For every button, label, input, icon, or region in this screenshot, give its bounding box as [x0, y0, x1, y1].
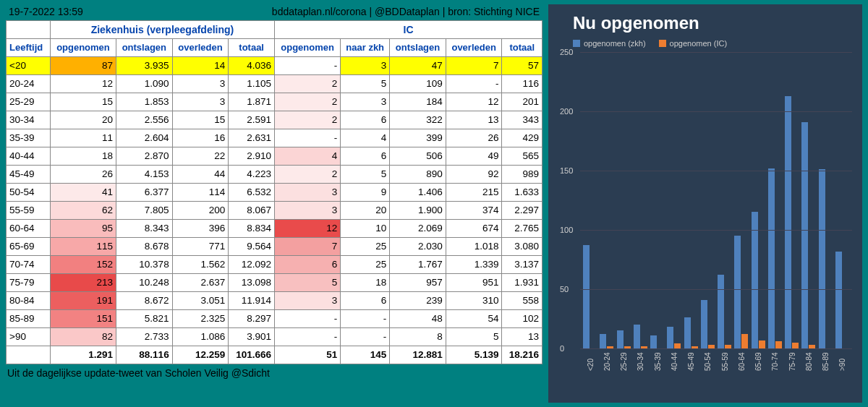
legend-swatch	[659, 40, 666, 47]
age-cell: 35-39	[7, 129, 51, 147]
y-tick: 150	[560, 166, 573, 175]
footer-note: Uit de dagelijkse update-tweet van Schol…	[6, 364, 542, 382]
totals-row: 1.29188.11612.259101.6665114512.8815.139…	[7, 346, 542, 364]
bar-group: 65-69	[750, 52, 767, 348]
table-row: 60-64958.3433968.83412102.0696742.765	[7, 220, 542, 238]
age-cell: 25-29	[7, 93, 51, 111]
age-cell: <20	[7, 57, 51, 75]
age-cell: 20-24	[7, 75, 51, 93]
bar	[734, 236, 741, 348]
timestamp: 19-7-2022 13:59	[9, 6, 83, 17]
table-row: 55-59627.8052008.0673201.9003742.297	[7, 202, 542, 220]
x-label: 70-74	[771, 352, 779, 371]
bar-group: 35-39	[649, 52, 665, 348]
table-row: <20873.935144.036-347757	[7, 57, 542, 75]
legend-item: opgenomen (zkh)	[573, 39, 646, 48]
bar	[741, 334, 748, 348]
col-4: totaal	[229, 39, 275, 57]
legend-item: opgenomen (IC)	[659, 39, 728, 48]
group-ic: IC	[275, 21, 542, 39]
x-label: <20	[586, 359, 594, 371]
bar	[617, 330, 624, 348]
x-label: 45-49	[687, 352, 695, 371]
bar-group: 20-24	[598, 52, 615, 348]
bar-group: 85-89	[817, 52, 834, 348]
table-row: 65-691158.6787719.5647252.0301.0183.080	[7, 238, 542, 256]
age-cell: 85-89	[7, 310, 51, 328]
x-label: 65-69	[754, 352, 762, 371]
x-label: 25-29	[620, 352, 628, 371]
bar-group: >90	[834, 52, 851, 348]
chart-panel: Nu opgenomen opgenomen (zkh)opgenomen (I…	[548, 4, 862, 403]
x-label: 30-34	[637, 352, 644, 371]
table-row: >90822.7331.0863.901--8513	[7, 328, 542, 346]
x-label: 75-79	[788, 352, 796, 371]
table-row: 80-841918.6723.05111.91436239310558	[7, 292, 542, 310]
bar	[600, 334, 606, 348]
y-tick: 200	[560, 107, 573, 116]
bar-group: 40-44	[665, 52, 682, 348]
bar	[801, 122, 808, 348]
age-cell: 80-84	[7, 292, 51, 310]
age-cell: 40-44	[7, 147, 51, 166]
bar-group: 55-59	[716, 52, 733, 348]
bar	[759, 340, 765, 348]
bar	[775, 341, 782, 348]
chart-title: Nu opgenomen	[573, 13, 852, 33]
bar-group: 25-29	[616, 52, 632, 348]
bar	[768, 168, 775, 348]
data-table: Ziekenhuis (verpleegafdeling) IC Leeftij…	[6, 20, 542, 364]
x-label: 20-24	[603, 352, 610, 371]
x-label: >90	[838, 359, 846, 371]
table-row: 75-7921310.2482.63713.0985189579511.931	[7, 274, 542, 292]
bar	[792, 343, 799, 348]
bar	[752, 212, 758, 348]
age-cell: 30-34	[7, 111, 51, 129]
header: 19-7-2022 13:59 bddataplan.nl/corona | @…	[6, 4, 542, 20]
bar	[634, 325, 640, 348]
bar-group: 50-54	[699, 52, 716, 348]
y-tick: 50	[560, 285, 569, 294]
bar	[835, 252, 842, 348]
x-label: 40-44	[670, 352, 678, 371]
bar-group: 75-79	[783, 52, 800, 348]
age-cell: 70-74	[7, 256, 51, 274]
table-row: 50-54416.3771146.532391.4062151.633	[7, 184, 542, 202]
table-row: 45-49264.153444.2232589092989	[7, 166, 542, 184]
x-label: 50-54	[704, 352, 712, 371]
x-label: 85-89	[822, 352, 830, 371]
col-7: ontslagen	[390, 39, 446, 57]
col-1: opgenomen	[50, 39, 116, 57]
chart-legend: opgenomen (zkh)opgenomen (IC)	[573, 39, 852, 48]
bar	[718, 275, 724, 348]
y-tick: 100	[560, 226, 573, 234]
bar	[819, 169, 825, 348]
bar-group: 60-64	[733, 52, 749, 348]
bar	[684, 317, 691, 348]
bar	[667, 327, 673, 348]
x-label: 35-39	[653, 352, 661, 371]
group-zkh: Ziekenhuis (verpleegafdeling)	[50, 21, 274, 39]
chart-plot: <2020-2425-2930-3435-3940-4445-4950-5455…	[580, 52, 852, 348]
bar	[785, 96, 791, 348]
age-cell: 55-59	[7, 202, 51, 220]
source-line: bddataplan.nl/corona | @BDDataplan | bro…	[272, 6, 540, 17]
col-0: Leeftijd	[7, 39, 51, 57]
table-row: 20-24121.09031.10525109-116	[7, 75, 542, 93]
bar-group: 80-84	[800, 52, 817, 348]
bar-group: 30-34	[632, 52, 649, 348]
age-cell: 45-49	[7, 166, 51, 184]
age-cell: 60-64	[7, 220, 51, 238]
table-row: 85-891515.8212.3258.297--4854102	[7, 310, 542, 328]
table-row: 35-39112.604162.631-439926429	[7, 129, 542, 147]
x-label: 80-84	[804, 352, 812, 371]
col-9: totaal	[502, 39, 542, 57]
table-row: 70-7415210.3781.56212.0926251.7671.3393.…	[7, 256, 542, 274]
table-row: 40-44182.870222.9104650649565	[7, 147, 542, 166]
col-3: overleden	[172, 39, 229, 57]
x-label: 55-59	[720, 352, 728, 371]
col-2: ontslagen	[116, 39, 173, 57]
bar-group: <20	[582, 52, 598, 348]
col-6: naar zkh	[341, 39, 390, 57]
y-tick: 250	[560, 48, 573, 56]
